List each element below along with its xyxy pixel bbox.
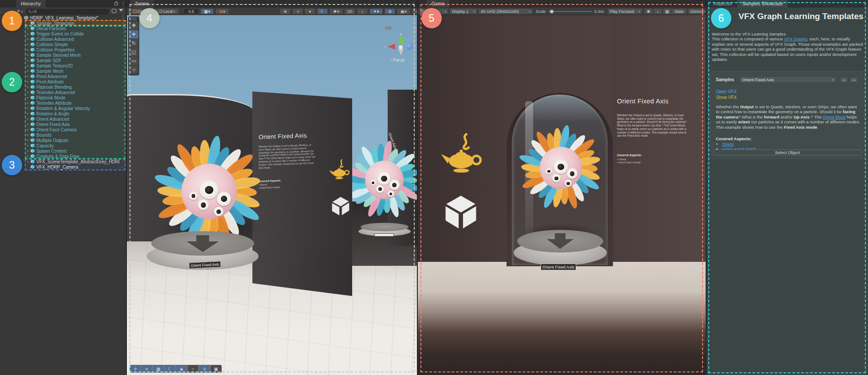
gizmo-lock-icon[interactable]: [413, 28, 417, 31]
disclosure-icon[interactable]: ▸: [26, 80, 30, 83]
prefab-chevron-icon[interactable]: ›: [122, 117, 124, 121]
prefab-chevron-icon[interactable]: ›: [122, 95, 124, 100]
disclosure-icon[interactable]: ▸: [26, 144, 30, 147]
scene-visibility-icon[interactable]: [112, 9, 116, 13]
effects-toggle-icon-button[interactable]: ✱▾: [330, 8, 343, 14]
covered-aspect-link[interactable]: Orient: [722, 142, 734, 146]
hierarchy-item-sample-mesh[interactable]: ▸Sample Mesh›: [0, 68, 126, 74]
disclosure-icon[interactable]: ▸: [26, 128, 30, 131]
hierarchy-item-sample-sdf[interactable]: ▸Sample SDF›: [0, 58, 126, 63]
disclosure-icon[interactable]: ▸: [26, 53, 30, 57]
disclosure-icon[interactable]: ▸: [26, 64, 30, 67]
stats-button[interactable]: Stats: [672, 8, 687, 14]
scale-tool[interactable]: ◱: [129, 48, 138, 56]
disclosure-icon[interactable]: ▸: [26, 96, 30, 99]
prefab-chevron-icon[interactable]: ›: [122, 53, 124, 57]
overlay-grip[interactable]: [131, 18, 137, 20]
axis-y-cone[interactable]: [398, 36, 404, 43]
vfx-grid-icon[interactable]: ▦: [153, 365, 164, 372]
hierarchy-item-bounds[interactable]: ▸Bounds›: [0, 132, 126, 138]
hierarchy-item-sample-skinned-mesh[interactable]: ▸Sample Skinned Mesh›: [0, 52, 126, 58]
disclosure-icon[interactable]: ▸: [26, 160, 30, 163]
view-hand-tool[interactable]: ✥: [129, 21, 138, 30]
disclosure-icon[interactable]: ▸: [26, 37, 30, 41]
prefab-chevron-icon[interactable]: ›: [122, 74, 124, 79]
open-vfx-link[interactable]: Open VFX: [716, 89, 737, 94]
prefab-chevron-icon[interactable]: ›: [122, 127, 124, 132]
prefab-chevron-icon[interactable]: ›: [122, 58, 124, 63]
vfx-camera-icon[interactable]: ▣: [211, 365, 221, 372]
moon-lighting-icon-button[interactable]: ☾: [317, 8, 328, 14]
vfx-moon-icon[interactable]: ☾: [165, 365, 175, 372]
disclosure-icon[interactable]: ▸: [26, 27, 30, 30]
debug-bug-icon[interactable]: ✱: [644, 8, 653, 14]
disclosure-icon[interactable]: ▸: [26, 32, 30, 36]
hierarchy-item-flipbook-mode[interactable]: ▸Flipbook Mode›: [0, 95, 126, 100]
metrics-icon[interactable]: ▦: [663, 8, 672, 14]
prefab-chevron-icon[interactable]: ›: [122, 154, 124, 158]
hierarchy-item-orient-face-camera[interactable]: ▸Orient Face Camera›: [0, 127, 126, 132]
disclosure-icon[interactable]: ▸: [26, 91, 30, 94]
disclosure-icon[interactable]: ▸: [26, 43, 30, 46]
prefab-chevron-icon[interactable]: ›: [122, 63, 124, 68]
prefab-chevron-icon[interactable]: ›: [122, 138, 124, 142]
hierarchy-item-rotation-angular-velocity[interactable]: ▸Rotation & Angular Velocity›: [0, 106, 126, 111]
vfx-move-icon[interactable]: ✛: [130, 365, 141, 372]
scene-viewport[interactable]: Orient Advanced Orient Fixed Axis Whethe…: [127, 15, 417, 375]
picking-filter-icon[interactable]: [119, 9, 123, 12]
audio-mute-icon-button[interactable]: ♪: [357, 8, 368, 14]
tab-samples-showcase[interactable]: Samples Showcase: [737, 0, 788, 8]
hierarchy-item-capacity[interactable]: ▸Capacity›: [0, 143, 126, 148]
disclosure-icon[interactable]: ▸: [26, 48, 30, 51]
disclosure-icon[interactable]: ▸: [26, 133, 30, 137]
vfx-gizmo-icon[interactable]: ◈: [176, 365, 187, 372]
scene-root-kebab-icon[interactable]: ⋮: [121, 15, 125, 20]
move-tool[interactable]: ✛: [129, 30, 138, 39]
axis-down-cone[interactable]: [398, 49, 404, 55]
disclosure-icon[interactable]: ▸: [26, 117, 30, 121]
show-vfx-link[interactable]: Show VFX: [716, 95, 737, 100]
prefab-chevron-icon[interactable]: ›: [122, 143, 124, 148]
view-2d-button-button[interactable]: 2D: [345, 8, 355, 14]
disclosure-icon[interactable]: ▸: [26, 107, 30, 110]
disclosure-icon[interactable]: ▸: [26, 75, 30, 78]
vfx-pan-icon[interactable]: ✛: [199, 365, 210, 372]
game-menu-kebab-icon[interactable]: ⋮: [699, 1, 704, 7]
vfx-controls-icon[interactable]: ≡: [141, 365, 152, 372]
scale-slider[interactable]: [548, 11, 593, 12]
prefab-chevron-icon[interactable]: ›: [122, 42, 124, 47]
grid-snap-button[interactable]: ▦▾: [200, 8, 214, 14]
scale-slider-knob[interactable]: [550, 10, 554, 13]
hierarchy-item-collision-properties[interactable]: ▸Collision Properties›: [0, 47, 126, 52]
inline-link[interactable]: VFX Graphs: [784, 36, 807, 41]
panel-splitter[interactable]: [126, 0, 127, 375]
disclosure-icon[interactable]: ▸: [26, 154, 30, 158]
previous-sample-button[interactable]: <<: [840, 77, 848, 83]
disclosure-icon[interactable]: ▸: [26, 138, 30, 142]
hierarchy-item-sample-texture2d[interactable]: ▸Sample Texture2D›: [0, 63, 126, 68]
hidden-objects-icon-button[interactable]: ⊘: [385, 8, 395, 14]
disclosure-icon[interactable]: ▸: [26, 101, 30, 105]
next-sample-button[interactable]: >>: [850, 77, 858, 83]
hierarchy-item-collision-advanced[interactable]: ▸Collision Advanced›: [0, 36, 126, 42]
audio-sphere-icon-button[interactable]: ●: [305, 8, 315, 14]
hierarchy-menu-kebab-icon[interactable]: ⋮: [121, 1, 125, 7]
game-viewport[interactable]: Orient Fixed Axis Whether the Output is …: [418, 15, 706, 375]
lighting-toggle-icon-button[interactable]: ◑: [292, 8, 303, 14]
prefab-chevron-icon[interactable]: ›: [122, 122, 124, 126]
gizmo-grip-icon[interactable]: [385, 27, 392, 29]
display-dropdown[interactable]: Display 1▾: [450, 8, 477, 14]
prefab-chevron-icon[interactable]: ›: [122, 133, 124, 137]
disclosure-icon[interactable]: ▸: [26, 149, 30, 153]
tool-handle-rotation-button[interactable]: Local ▾: [156, 8, 179, 14]
hierarchy-item-orient-fixed-axis[interactable]: ▸Orient Fixed Axis›: [0, 122, 126, 127]
hierarchy-item-orient-advanced[interactable]: ▸Orient Advanced›: [0, 116, 126, 122]
lock-icon[interactable]: [114, 3, 118, 5]
inspector-menu-kebab-icon[interactable]: ⋮: [862, 1, 866, 7]
tab-hierarchy[interactable]: Hierarchy: [16, 0, 46, 8]
vfx-zoom-icon[interactable]: ○: [188, 365, 198, 372]
prefab-chevron-icon[interactable]: ›: [122, 47, 124, 52]
disclosure-icon[interactable]: ▸: [26, 112, 30, 115]
hierarchy-item-rotation-angle[interactable]: ▸Rotation & Angle›: [0, 111, 126, 116]
increment-snap-button[interactable]: ⊞▾: [216, 8, 229, 14]
